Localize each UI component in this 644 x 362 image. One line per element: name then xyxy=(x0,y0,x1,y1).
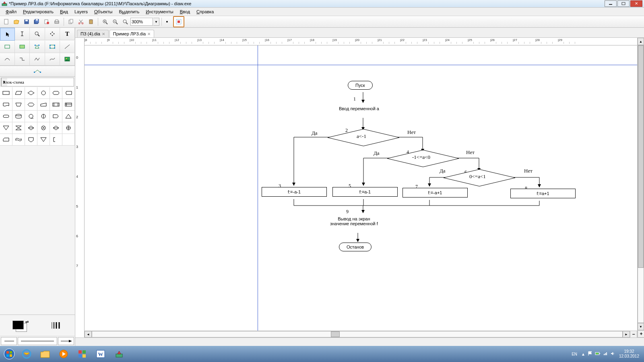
color-swatch[interactable]: ⇄ xyxy=(12,320,26,331)
image-tool[interactable] xyxy=(60,53,75,66)
connector-tool[interactable] xyxy=(0,66,75,77)
close-tab-icon[interactable]: ✕ xyxy=(147,32,151,36)
new-button[interactable] xyxy=(2,17,11,27)
flow-output[interactable]: Вывод на экран значение переменной f xyxy=(323,214,385,228)
shape-predefined[interactable] xyxy=(50,99,62,111)
zoom-fit-button[interactable] xyxy=(120,17,130,27)
bezier-tool[interactable] xyxy=(45,53,60,66)
flow-process-7[interactable]: f:=-a+1 xyxy=(402,188,468,197)
shape-category-dropdown[interactable]: Блок-схема ▼ xyxy=(1,78,74,86)
print-button[interactable] xyxy=(52,17,62,27)
scroll-tool[interactable] xyxy=(45,28,60,40)
zigzag-tool[interactable] xyxy=(15,53,30,66)
nav-plus[interactable]: + xyxy=(638,330,644,337)
tray-show-hidden-icon[interactable]: ▲ xyxy=(581,352,585,356)
zoom-input[interactable]: 300% xyxy=(130,18,153,26)
snap-grid-button[interactable] xyxy=(173,16,184,27)
text-cursor-tool[interactable] xyxy=(15,28,30,40)
scroll-left-button[interactable]: ◄ xyxy=(85,331,92,337)
arrow-end-selector[interactable] xyxy=(58,337,74,345)
open-button[interactable] xyxy=(12,17,21,27)
tray-flag-icon[interactable] xyxy=(588,351,592,357)
menu-objects[interactable]: Объекты xyxy=(91,8,116,15)
language-indicator[interactable]: EN xyxy=(572,352,577,356)
copy-button[interactable] xyxy=(66,17,76,27)
line-tool[interactable] xyxy=(60,41,75,53)
shape-delay[interactable] xyxy=(50,111,62,122)
cut-button[interactable] xyxy=(76,17,86,27)
menu-select[interactable]: Выделить xyxy=(116,8,142,15)
shape-terminator[interactable] xyxy=(0,111,12,122)
beziergon-tool[interactable] xyxy=(45,41,60,53)
shape-blank[interactable] xyxy=(62,134,75,146)
shape-internal-storage[interactable] xyxy=(62,99,75,111)
shape-tape[interactable] xyxy=(25,111,37,122)
taskbar-explorer[interactable] xyxy=(36,348,54,360)
shape-collate[interactable] xyxy=(12,122,25,134)
shape-sort2[interactable] xyxy=(50,122,62,134)
shape-magnetic-disk[interactable] xyxy=(12,111,25,122)
text-tool[interactable]: T xyxy=(60,28,75,40)
shape-decision[interactable] xyxy=(25,87,37,99)
shape-card[interactable] xyxy=(0,134,12,146)
save-as-button[interactable] xyxy=(32,17,41,27)
tray-volume-icon[interactable] xyxy=(610,351,615,357)
close-tab-icon[interactable]: ✕ xyxy=(102,32,105,36)
shape-document[interactable] xyxy=(0,99,12,111)
polygon-tool[interactable] xyxy=(30,41,45,53)
taskbar-media-player[interactable] xyxy=(55,348,72,360)
flow-process-3[interactable]: f:=-a-1 xyxy=(262,187,327,197)
shape-offpage[interactable] xyxy=(25,134,37,146)
export-button[interactable] xyxy=(42,17,52,27)
shape-data[interactable] xyxy=(12,87,25,99)
menu-input[interactable]: Ввод xyxy=(177,8,193,15)
zoom-out-button[interactable] xyxy=(110,17,120,27)
nav-minus[interactable]: − xyxy=(630,331,637,338)
taskbar-ie[interactable] xyxy=(18,348,35,360)
scroll-thumb[interactable] xyxy=(638,45,644,268)
menu-layers[interactable]: Layers xyxy=(71,8,91,15)
line-style-selector[interactable] xyxy=(18,337,57,345)
window-minimize-button[interactable] xyxy=(605,0,617,7)
shape-manual-op[interactable] xyxy=(12,99,25,111)
start-button[interactable] xyxy=(2,348,17,360)
polyline-tool[interactable] xyxy=(30,53,45,66)
save-button[interactable] xyxy=(22,17,31,27)
pointer-tool[interactable] xyxy=(0,28,15,41)
shape-extract[interactable] xyxy=(62,111,75,122)
tray-clock[interactable]: 19:32 12.03.2012 xyxy=(619,349,639,359)
shape-manual-input[interactable] xyxy=(37,99,50,111)
shape-display[interactable] xyxy=(50,87,62,99)
tab-document-2[interactable]: Пример ЛР3.dia✕ xyxy=(109,30,154,37)
vertical-scrollbar[interactable]: ▲ ▼ + xyxy=(637,38,644,337)
scroll-down-button[interactable]: ▼ xyxy=(638,323,644,330)
shape-merge[interactable] xyxy=(0,122,12,134)
window-close-button[interactable]: ✕ xyxy=(630,0,642,7)
shape-summing[interactable] xyxy=(37,122,50,134)
flow-stop[interactable]: Останов xyxy=(339,243,372,251)
arrow-start-selector[interactable] xyxy=(1,337,17,345)
shape-process[interactable] xyxy=(0,87,12,99)
scroll-right-button[interactable]: ► xyxy=(623,331,630,337)
taskbar-word[interactable]: W xyxy=(92,348,109,360)
line-style-preview[interactable] xyxy=(49,320,64,331)
paste-button[interactable] xyxy=(86,17,96,27)
menu-tools[interactable]: Инструменты xyxy=(142,8,177,15)
zoom-dropdown[interactable]: ▼ xyxy=(153,18,159,26)
tab-document-1[interactable]: ПЗ (4).dia✕ xyxy=(77,30,109,37)
arc-tool[interactable] xyxy=(0,53,15,66)
tray-network-icon[interactable] xyxy=(603,351,608,357)
menu-view[interactable]: Вид xyxy=(57,8,71,15)
shape-comment[interactable] xyxy=(50,134,62,146)
flow-input[interactable]: Ввод переменной а xyxy=(332,104,386,113)
scroll-thumb[interactable] xyxy=(331,331,340,337)
zoom-in-button[interactable] xyxy=(100,17,110,27)
shape-or[interactable] xyxy=(37,111,50,122)
menu-file[interactable]: Файл xyxy=(2,8,20,15)
flow-start[interactable]: Пуск xyxy=(348,81,373,90)
shape-offpage2[interactable] xyxy=(37,134,50,146)
scroll-up-button[interactable]: ▲ xyxy=(638,38,644,45)
box-tool[interactable] xyxy=(0,41,15,53)
flow-process-5[interactable]: f:=a-1 xyxy=(332,187,398,197)
shape-sort[interactable] xyxy=(25,122,37,134)
